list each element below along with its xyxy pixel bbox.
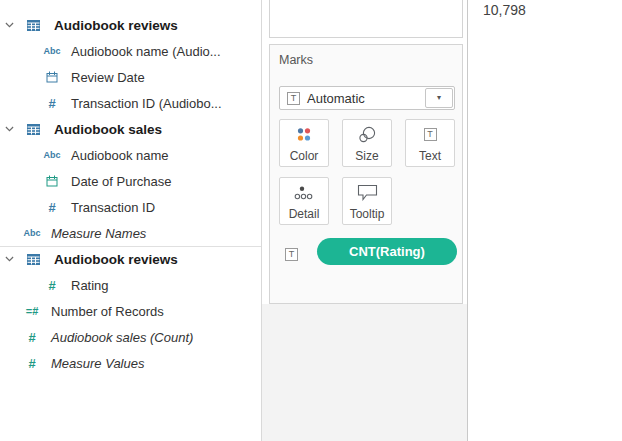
table-icon xyxy=(27,254,40,265)
field-row-count[interactable]: # Audiobook sales (Count) xyxy=(0,324,261,350)
abc-icon: Abc xyxy=(42,46,62,56)
field-label[interactable]: Measure Values xyxy=(51,356,144,371)
number-hash-icon: # xyxy=(42,278,62,293)
calendar-icon xyxy=(42,175,62,187)
mark-property-buttons: Color Size T Text Detail Tooltip xyxy=(279,119,455,225)
equals-hash-icon: =# xyxy=(22,305,42,317)
field-row-rating[interactable]: # Rating xyxy=(0,272,261,298)
abc-icon: Abc xyxy=(22,228,42,238)
shelf-column-background xyxy=(262,304,467,441)
field-label[interactable]: Audiobook sales (Count) xyxy=(51,330,193,345)
data-pane: Tables Audiobook reviews Abc Audiobook n… xyxy=(0,0,261,441)
mark-type-label: Automatic xyxy=(307,91,425,106)
number-hash-icon: # xyxy=(22,330,42,345)
detail-icon xyxy=(294,178,314,207)
field-label[interactable]: Transaction ID (Audiobo... xyxy=(71,96,222,111)
field-label[interactable]: Audiobook name (Audio... xyxy=(71,44,221,59)
field-row[interactable]: Review Date xyxy=(0,64,261,90)
color-button-label: Color xyxy=(290,149,319,163)
chevron-down-icon: ▾ xyxy=(437,94,441,102)
field-label[interactable]: Number of Records xyxy=(51,304,164,319)
tooltip-button[interactable]: Tooltip xyxy=(342,177,392,225)
text-mark-icon: T xyxy=(287,92,300,105)
field-label[interactable]: Measure Names xyxy=(51,226,146,241)
field-list: Audiobook reviews Abc Audiobook name (Au… xyxy=(0,12,261,376)
number-hash-icon: # xyxy=(42,200,62,215)
field-row[interactable]: Abc Audiobook name (Audio... xyxy=(0,38,261,64)
number-hash-icon: # xyxy=(42,96,62,111)
size-button-label: Size xyxy=(355,149,378,163)
detail-button[interactable]: Detail xyxy=(279,177,329,225)
field-label[interactable]: Audiobook name xyxy=(71,148,169,163)
text-button-label: Text xyxy=(419,149,441,163)
marks-card-title: Marks xyxy=(279,53,313,67)
field-row-measure-names[interactable]: Abc Measure Names xyxy=(0,220,261,246)
detail-button-label: Detail xyxy=(289,207,320,221)
tooltip-button-label: Tooltip xyxy=(350,207,385,221)
text-mark-icon: T xyxy=(285,248,298,261)
field-label[interactable]: Rating xyxy=(71,278,109,293)
table-row-audiobook-reviews[interactable]: Audiobook reviews xyxy=(0,12,261,38)
table-icon xyxy=(27,20,40,31)
pill-label: CNT(Rating) xyxy=(349,244,425,259)
tableau-workspace: Tables Audiobook reviews Abc Audiobook n… xyxy=(0,0,622,441)
field-label[interactable]: Transaction ID xyxy=(71,200,155,215)
field-row[interactable]: Date of Purchase xyxy=(0,168,261,194)
size-icon xyxy=(358,120,376,149)
table-label[interactable]: Audiobook reviews xyxy=(54,18,178,33)
mark-type-dropdown[interactable]: T Automatic ▾ xyxy=(279,86,455,110)
field-row[interactable]: # Transaction ID xyxy=(0,194,261,220)
table-label[interactable]: Audiobook reviews xyxy=(54,252,178,267)
color-button[interactable]: Color xyxy=(279,119,329,167)
chevron-down-icon[interactable] xyxy=(5,256,14,262)
field-row[interactable]: Abc Audiobook name xyxy=(0,142,261,168)
number-hash-icon: # xyxy=(22,356,42,371)
text-mark-value[interactable]: 10,798 xyxy=(483,2,526,18)
chevron-down-icon[interactable] xyxy=(5,22,14,28)
calendar-icon xyxy=(42,71,62,83)
field-row-number-of-records[interactable]: =# Number of Records xyxy=(0,298,261,324)
cnt-rating-pill[interactable]: CNT(Rating) xyxy=(317,238,457,265)
table-row-audiobook-reviews-measures[interactable]: Audiobook reviews xyxy=(0,246,261,272)
color-icon xyxy=(296,120,312,149)
size-button[interactable]: Size xyxy=(342,119,392,167)
text-button[interactable]: T Text xyxy=(405,119,455,167)
field-row-measure-values[interactable]: # Measure Values xyxy=(0,350,261,376)
tooltip-icon xyxy=(357,178,378,207)
abc-icon: Abc xyxy=(42,150,62,160)
table-icon xyxy=(27,124,40,135)
dropdown-arrow-button[interactable]: ▾ xyxy=(425,88,453,108)
data-pane-title: Tables xyxy=(7,0,50,3)
filters-card xyxy=(269,0,463,38)
shelf-column: Marks T Automatic ▾ Color Size T xyxy=(261,0,468,441)
table-row-audiobook-sales[interactable]: Audiobook sales xyxy=(0,116,261,142)
worksheet-canvas: 10,798 xyxy=(469,0,622,441)
field-row[interactable]: # Transaction ID (Audiobo... xyxy=(0,90,261,116)
marks-card: Marks T Automatic ▾ Color Size T xyxy=(269,44,463,304)
table-label[interactable]: Audiobook sales xyxy=(54,122,162,137)
chevron-down-icon[interactable] xyxy=(5,126,14,132)
text-mark-icon: T xyxy=(424,120,437,149)
field-label[interactable]: Date of Purchase xyxy=(71,174,171,189)
field-label[interactable]: Review Date xyxy=(71,70,145,85)
